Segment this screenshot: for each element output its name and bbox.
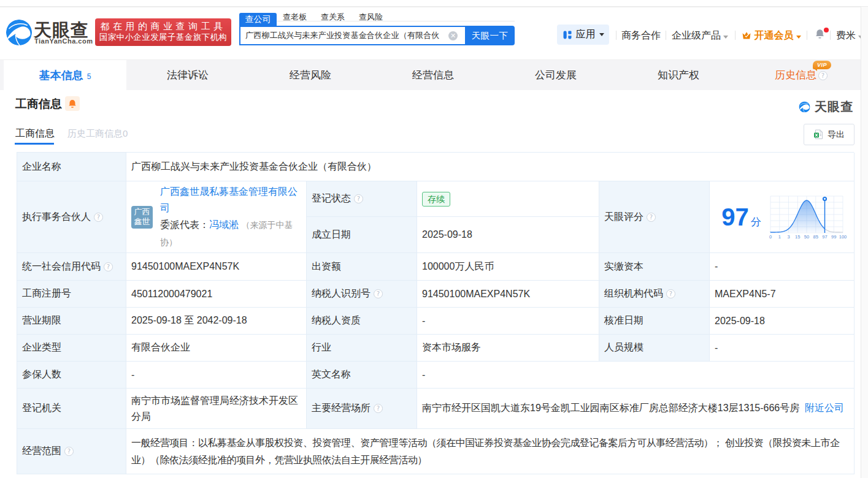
nav-user[interactable]: 费米 bbox=[836, 30, 863, 40]
clear-search-icon[interactable]: ✕ bbox=[448, 31, 458, 40]
field-text: 主要经营场所 bbox=[312, 402, 371, 415]
subtab-underline bbox=[15, 143, 54, 145]
notification-dot bbox=[824, 28, 829, 32]
search-input[interactable]: 广西柳工战兴与未来产业投资基金合伙企业（有限合伙 ✕ bbox=[239, 26, 465, 45]
biz-term-value: 2025-09-18 至 2042-09-18 bbox=[126, 308, 307, 335]
crown-icon bbox=[742, 31, 751, 40]
field-label: 营业期限 bbox=[17, 308, 126, 335]
field-label: 经营范围? bbox=[17, 429, 126, 474]
help-icon[interactable]: ? bbox=[94, 213, 103, 222]
search-tab-relation[interactable]: 查关系 bbox=[321, 13, 345, 21]
field-label: 登记状态? bbox=[307, 181, 417, 217]
notification-bell-icon[interactable] bbox=[815, 29, 824, 39]
partner-company-link[interactable]: 广西鑫世晟私募基金管理有限公司 bbox=[160, 186, 298, 213]
main-tab-bar: 基本信息5 法律诉讼 经营风险 经营信息 公司发展 知识产权 历史信息? VIP bbox=[0, 59, 868, 90]
nav-enterprise-label: 企业级产品 bbox=[672, 30, 721, 40]
capital-value: 100000万人民币 bbox=[417, 253, 599, 281]
export-button[interactable]: 导出 bbox=[804, 124, 855, 145]
main-tabs-row: 基本信息5 法律诉讼 经营风险 经营信息 公司发展 知识产权 历史信息? VIP bbox=[4, 60, 862, 91]
help-icon[interactable]: ? bbox=[104, 262, 113, 271]
partner-avatar[interactable]: 广西鑫世 bbox=[131, 206, 153, 229]
field-label: 成立日期 bbox=[307, 217, 417, 253]
help-icon[interactable]: ? bbox=[666, 289, 675, 298]
field-text: 核准日期 bbox=[604, 314, 643, 327]
help-icon[interactable]: ? bbox=[374, 289, 383, 298]
company-name-value: 广西柳工战兴与未来产业投资基金合伙企业（有限合伙） bbox=[126, 153, 855, 181]
search-query[interactable]: 广西柳工战兴与未来产业投资基金合伙企业（有限合伙 bbox=[245, 30, 448, 41]
page-scrollbar[interactable] bbox=[861, 7, 868, 478]
biz-scope-value: 一般经营项目：以私募基金从事股权投资、投资管理、资产管理等活动（须在中国证券投资… bbox=[126, 429, 855, 474]
tab-operation-risk-label: 经营风险 bbox=[290, 69, 331, 81]
field-label: 执行事务合伙人? bbox=[17, 181, 126, 253]
subtab-history-business-info[interactable]: 历史工商信息0 bbox=[67, 128, 128, 140]
field-text: 南宁市市场监督管理局经济技术开发区分局 bbox=[131, 393, 302, 425]
history-help-icon[interactable]: ? bbox=[818, 71, 828, 80]
tab-legal[interactable]: 法律诉讼 bbox=[126, 60, 249, 91]
tab-company-develop[interactable]: 公司发展 bbox=[494, 60, 617, 91]
nav-separator bbox=[735, 31, 735, 40]
tab-ip[interactable]: 知识产权 bbox=[617, 60, 740, 91]
tab-operation-info[interactable]: 经营信息 bbox=[372, 60, 494, 91]
reg-authority-value: 南宁市市场监督管理局经济技术开发区分局 bbox=[126, 389, 307, 429]
nav-enterprise[interactable]: 企业级产品 bbox=[672, 30, 728, 40]
field-text: 登记状态 bbox=[312, 192, 351, 205]
tianyancha-logo-icon[interactable] bbox=[6, 19, 33, 46]
score-cell[interactable]: 97分 0131550859799100 bbox=[710, 181, 855, 253]
field-label: 纳税人识别号? bbox=[307, 281, 417, 308]
field-text: 成立日期 bbox=[312, 229, 351, 241]
svg-text:50: 50 bbox=[804, 234, 809, 240]
nav-biz-coop[interactable]: 商务合作 bbox=[621, 30, 661, 40]
field-text: 纳税人资质 bbox=[312, 314, 361, 327]
search-tab-company[interactable]: 查公司 bbox=[239, 13, 277, 26]
field-text: 营业期限 bbox=[22, 314, 61, 327]
business-info-table: 企业名称 广西柳工战兴与未来产业投资基金合伙企业（有限合伙） 执行事务合伙人? … bbox=[17, 152, 854, 474]
rep-name-link[interactable]: 冯域淞 bbox=[209, 219, 239, 230]
field-label: 行业 bbox=[307, 335, 417, 362]
page: 天眼查 TianYanCha.com 都在用的商业查询工具 国家中小企业发展子基… bbox=[0, 0, 868, 478]
svg-text:0: 0 bbox=[769, 234, 772, 240]
help-icon[interactable]: ? bbox=[354, 194, 363, 203]
excel-icon bbox=[813, 129, 823, 140]
insured-value: - bbox=[126, 362, 307, 389]
field-label: 出资额 bbox=[307, 253, 417, 281]
nav-vip[interactable]: 开通会员 bbox=[742, 30, 801, 40]
nav-separator bbox=[830, 31, 831, 40]
english-name-value: - bbox=[417, 362, 855, 389]
svg-text:97: 97 bbox=[822, 234, 827, 240]
nav-vip-label: 开通会员 bbox=[754, 30, 793, 40]
field-label: 组织机构代码? bbox=[599, 281, 710, 308]
help-icon[interactable]: ? bbox=[647, 213, 656, 222]
search-tab-boss[interactable]: 查老板 bbox=[283, 13, 307, 21]
nav-separator bbox=[807, 31, 807, 40]
tab-history-info[interactable]: 历史信息? VIP bbox=[740, 60, 862, 91]
subscribe-bell-badge[interactable] bbox=[65, 96, 80, 111]
field-label: 工商注册号 bbox=[17, 281, 126, 308]
top-divider bbox=[0, 6, 868, 7]
field-label: 英文名称 bbox=[307, 362, 417, 389]
nearby-company-link[interactable]: 附近公司 bbox=[805, 402, 844, 415]
field-text: 工商注册号 bbox=[22, 287, 71, 300]
nav-user-name: 费米 bbox=[836, 30, 856, 40]
slogan-line2: 国家中小企业发展子基金旗下机构 bbox=[95, 32, 231, 42]
tab-basic-info[interactable]: 基本信息5 bbox=[4, 60, 126, 91]
search-tab-risk[interactable]: 查风险 bbox=[359, 13, 383, 21]
nav-apps[interactable]: 应用 bbox=[557, 25, 609, 45]
score-value: 97 bbox=[721, 203, 749, 230]
address-value: 南宁市经开区国凯大道东19号金凯工业园南区标准厂房总部经济大楼13层1315-6… bbox=[417, 389, 855, 429]
brand-domain: TianYanCha.com bbox=[34, 37, 93, 45]
field-text: 行业 bbox=[312, 341, 331, 354]
subtab-business-info[interactable]: 工商信息 bbox=[15, 127, 55, 140]
help-icon[interactable]: ? bbox=[374, 404, 383, 413]
tab-history-info-label: 历史信息 bbox=[775, 69, 816, 81]
nav-separator bbox=[616, 31, 616, 40]
svg-text:3: 3 bbox=[787, 234, 789, 240]
field-text: 纳税人识别号 bbox=[312, 287, 371, 300]
field-text: 企业名称 bbox=[22, 161, 61, 173]
field-text: 组织机构代码 bbox=[604, 287, 663, 300]
field-label: 核准日期 bbox=[599, 308, 710, 335]
svg-text:15: 15 bbox=[795, 234, 800, 240]
search-button[interactable]: 天眼一下 bbox=[465, 26, 515, 45]
tab-company-develop-label: 公司发展 bbox=[535, 69, 577, 81]
tab-operation-risk[interactable]: 经营风险 bbox=[249, 60, 372, 91]
help-icon[interactable]: ? bbox=[64, 447, 74, 456]
